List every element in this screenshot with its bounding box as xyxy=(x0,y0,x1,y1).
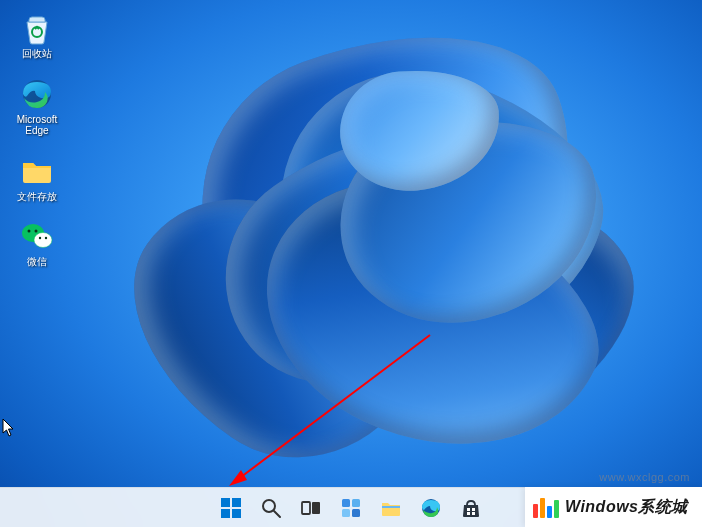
watermark-brand: Windows系统城 xyxy=(525,487,702,527)
desktop-icon-wechat[interactable]: 微信 xyxy=(8,216,66,270)
svg-rect-16 xyxy=(302,502,310,514)
svg-rect-22 xyxy=(382,506,400,508)
svg-line-15 xyxy=(274,511,280,517)
svg-rect-25 xyxy=(472,508,475,511)
svg-rect-27 xyxy=(472,512,475,515)
desktop-icons: 回收站 xyxy=(8,8,66,270)
svg-point-3 xyxy=(34,233,52,248)
svg-point-14 xyxy=(263,500,275,512)
task-view-icon xyxy=(300,497,322,519)
svg-point-5 xyxy=(35,230,38,233)
svg-rect-26 xyxy=(467,512,470,515)
desktop-icon-label: 回收站 xyxy=(22,48,52,60)
svg-rect-18 xyxy=(342,499,350,507)
svg-point-7 xyxy=(45,237,47,239)
store-button[interactable] xyxy=(453,490,489,526)
store-icon xyxy=(460,497,482,519)
start-button[interactable] xyxy=(213,490,249,526)
svg-rect-12 xyxy=(221,509,230,518)
svg-rect-11 xyxy=(232,498,241,507)
widgets-button[interactable] xyxy=(333,490,369,526)
search-button[interactable] xyxy=(253,490,289,526)
desktop-icon-microsoft-edge[interactable]: Microsoft Edge xyxy=(8,74,66,139)
desktop-icon-label: 微信 xyxy=(27,256,47,268)
annotation-arrow xyxy=(225,330,435,490)
task-view-button[interactable] xyxy=(293,490,329,526)
file-explorer-button[interactable] xyxy=(373,490,409,526)
svg-rect-17 xyxy=(312,502,320,514)
file-explorer-icon xyxy=(380,497,402,519)
svg-line-8 xyxy=(237,335,430,480)
desktop-icon-file-storage[interactable]: 文件存放 xyxy=(8,151,66,205)
svg-rect-21 xyxy=(352,509,360,517)
edge-icon xyxy=(420,497,442,519)
svg-rect-24 xyxy=(467,508,470,511)
watermark-text: Windows系统城 xyxy=(565,497,688,518)
desktop-icon-label: 文件存放 xyxy=(17,191,57,203)
watermark-url: www.wxclgg.com xyxy=(599,471,690,483)
windows-logo-icon xyxy=(220,497,242,519)
desktop-icon-label: Microsoft Edge xyxy=(10,114,64,137)
svg-point-6 xyxy=(39,237,41,239)
widgets-icon xyxy=(340,497,362,519)
wallpaper-bloom xyxy=(80,0,700,490)
svg-marker-9 xyxy=(229,470,247,486)
mouse-cursor xyxy=(2,418,16,438)
edge-icon xyxy=(19,76,55,112)
desktop[interactable]: 回收站 xyxy=(0,0,702,527)
edge-button[interactable] xyxy=(413,490,449,526)
desktop-icon-recycle-bin[interactable]: 回收站 xyxy=(8,8,66,62)
svg-rect-10 xyxy=(221,498,230,507)
wechat-icon xyxy=(19,218,55,254)
svg-point-4 xyxy=(28,230,31,233)
search-icon xyxy=(260,497,282,519)
svg-rect-20 xyxy=(342,509,350,517)
recycle-bin-icon xyxy=(19,10,55,46)
watermark-logo-icon xyxy=(533,496,559,518)
svg-rect-19 xyxy=(352,499,360,507)
folder-icon xyxy=(19,153,55,189)
svg-rect-13 xyxy=(232,509,241,518)
